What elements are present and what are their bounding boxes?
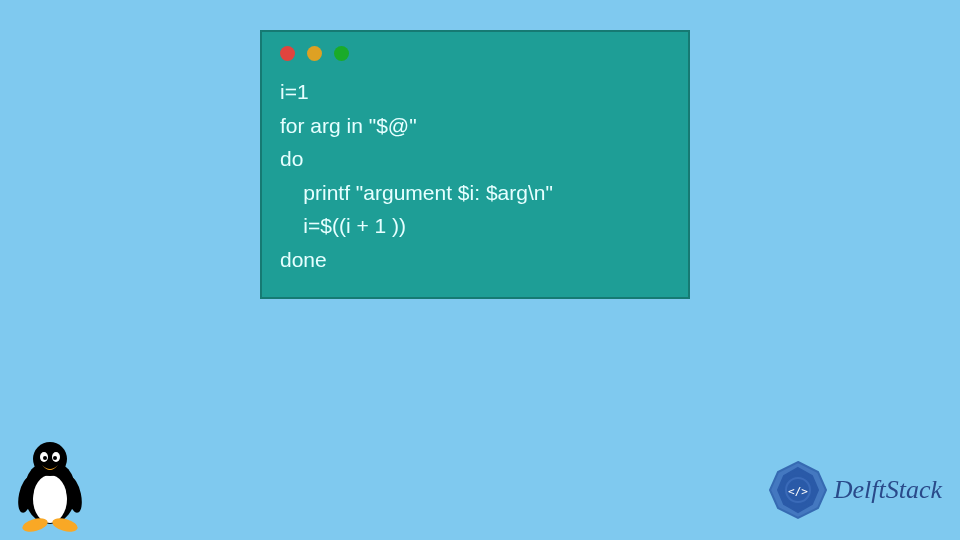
svg-text:</>: </> [788, 485, 808, 498]
code-block: i=1 for arg in "$@" do printf "argument … [280, 75, 670, 277]
brand-name: DelftStack [834, 475, 942, 505]
minimize-icon[interactable] [307, 46, 322, 61]
svg-point-2 [33, 442, 67, 476]
brand-logo: </> DelftStack [768, 460, 942, 520]
delftstack-mandala-icon: </> [768, 460, 828, 520]
maximize-icon[interactable] [334, 46, 349, 61]
tux-penguin-icon [10, 437, 90, 532]
code-line: i=$((i + 1 )) [280, 214, 406, 237]
window-controls [280, 46, 670, 61]
code-line: done [280, 248, 327, 271]
svg-point-1 [33, 475, 67, 523]
code-line: printf "argument $i: $arg\n" [280, 181, 553, 204]
svg-point-5 [43, 456, 47, 460]
code-line: i=1 [280, 80, 309, 103]
code-line: do [280, 147, 303, 170]
close-icon[interactable] [280, 46, 295, 61]
code-line: for arg in "$@" [280, 114, 417, 137]
terminal-window: i=1 for arg in "$@" do printf "argument … [260, 30, 690, 299]
svg-point-6 [53, 456, 57, 460]
